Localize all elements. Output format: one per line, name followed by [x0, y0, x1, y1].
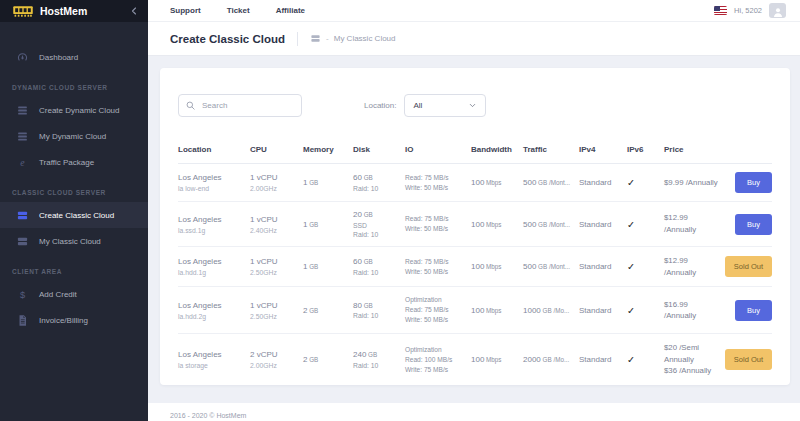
cell-io: Read: 75 MB/sWrite: 50 MB/s	[405, 214, 471, 234]
topbar: SupportTicketAffiliate Hi, 5202	[148, 0, 800, 22]
cell-action: Sold Out	[724, 256, 772, 277]
checkmark-icon: ✓	[627, 177, 635, 188]
chevron-down-icon	[468, 101, 477, 110]
cell-io: Read: 75 MB/sWrite: 50 MB/s	[405, 173, 471, 193]
topbar-link-ticket[interactable]: Ticket	[227, 6, 250, 15]
svg-text:$: $	[20, 289, 25, 299]
sidebar-item-invoice-billing[interactable]: Invoice/Billing	[0, 307, 148, 333]
copyright-text: 2016 - 2020 © HostMem	[170, 412, 246, 419]
table-row: Los Angelesla.ssd.1g1 vCPU2.40GHz1 GB20 …	[178, 202, 772, 247]
cell-ipv4: Standard	[579, 355, 627, 364]
filters-bar: Location: All	[178, 94, 772, 117]
location-label: Location:	[364, 101, 396, 110]
sidebar-item-traffic-package[interactable]: eTraffic Package	[0, 149, 148, 175]
sidebar-item-dashboard[interactable]: Dashboard	[0, 44, 148, 70]
cell-action: Buy	[724, 300, 772, 321]
topbar-link-support[interactable]: Support	[170, 6, 201, 15]
breadcrumb-separator: -	[326, 34, 329, 43]
sidebar-item-my-classic-cloud[interactable]: My Classic Cloud	[0, 228, 148, 254]
checkmark-icon: ✓	[627, 219, 635, 230]
search-input[interactable]	[178, 94, 302, 117]
cell-action: Buy	[724, 172, 772, 193]
column-header-cpu: CPU	[250, 145, 303, 154]
cell-disk: 240 GBRaid: 10	[353, 350, 405, 369]
cell-traffic: 2000 GB /Mo...	[523, 355, 579, 364]
table-row: Los Angelesla low-end1 vCPU2.00GHz1 GB60…	[178, 164, 772, 202]
cell-bandwidth: 100 Mbps	[471, 262, 523, 271]
sidebar-item-label: Add Credit	[39, 290, 77, 299]
sidebar-collapse-icon[interactable]	[128, 5, 140, 17]
content: Location: All LocationCPUMemoryDiskIOBan…	[148, 56, 800, 403]
cell-io: OptimizationRead: 100 MB/sWrite: 75 MB/s	[405, 345, 471, 375]
invoice-icon	[16, 314, 29, 327]
sidebar-nav: DashboardDYNAMIC CLOUD SERVERCreate Dyna…	[0, 22, 148, 333]
cell-disk: 20 GBSSDRaid: 10	[353, 210, 405, 238]
cell-traffic: 500 GB /Mont...	[523, 220, 579, 229]
cell-ipv6: ✓	[627, 219, 664, 230]
cell-bandwidth: 100 Mbps	[471, 178, 523, 187]
user-avatar[interactable]	[769, 3, 786, 18]
cell-bandwidth: 100 Mbps	[471, 220, 523, 229]
sidebar-section-label: CLASSIC CLOUD SERVER	[0, 175, 148, 202]
cell-ipv6: ✓	[627, 354, 664, 365]
svg-text:e: e	[20, 156, 25, 167]
location-select-value: All	[413, 101, 468, 110]
buy-button[interactable]: Buy	[735, 214, 772, 235]
breadcrumb[interactable]: - My Classic Cloud	[310, 33, 395, 44]
cell-ipv4: Standard	[579, 220, 627, 229]
column-header-location: Location	[178, 145, 250, 154]
table-row: Los Angelesla storage2 vCPU2.00GHz2 GB24…	[178, 334, 772, 385]
cell-traffic: 500 GB /Mont...	[523, 178, 579, 187]
sold-out-button[interactable]: Sold Out	[725, 349, 772, 370]
cell-ipv4: Standard	[579, 306, 627, 315]
buy-button[interactable]: Buy	[735, 300, 772, 321]
table-row: Los Angelesla.hdd.2g1 vCPU2.50GHz2 GB80 …	[178, 287, 772, 334]
cell-action: Sold Out	[724, 349, 772, 370]
ram-icon	[12, 5, 34, 18]
cell-io: OptimizationRead: 75 MB/sWrite: 50 MB/s	[405, 295, 471, 325]
cell-price: $9.99 /Annually	[664, 177, 724, 189]
cell-ipv6: ✓	[627, 261, 664, 272]
column-header-ipv6: IPv6	[627, 145, 664, 154]
cell-ipv6: ✓	[627, 305, 664, 316]
sidebar-item-label: Invoice/Billing	[39, 316, 88, 325]
sidebar-item-create-classic-cloud[interactable]: Create Classic Cloud	[0, 202, 148, 228]
cell-memory: 2 GB	[303, 306, 353, 315]
footer: 2016 - 2020 © HostMem	[148, 403, 800, 421]
cell-memory: 1 GB	[303, 220, 353, 229]
dollar-icon: $	[16, 288, 29, 301]
location-select[interactable]: All	[404, 94, 486, 117]
topbar-link-affiliate[interactable]: Affiliate	[276, 6, 305, 15]
column-header-traffic: Traffic	[523, 145, 579, 154]
cell-traffic: 1000 GB /Mo...	[523, 306, 579, 315]
sidebar-item-label: Create Classic Cloud	[39, 211, 114, 220]
cell-price: $12.99 /Annually	[664, 255, 724, 278]
buy-button[interactable]: Buy	[735, 172, 772, 193]
cell-location: Los Angelesla low-end	[178, 173, 250, 192]
sidebar-item-add-credit[interactable]: $Add Credit	[0, 281, 148, 307]
language-flag-icon[interactable]	[714, 6, 727, 15]
sidebar-item-create-dynamic-cloud[interactable]: Create Dynamic Cloud	[0, 97, 148, 123]
table-header-row: LocationCPUMemoryDiskIOBandwidthTrafficI…	[178, 139, 772, 164]
server-icon	[310, 33, 321, 44]
logo: HostMem	[0, 0, 148, 22]
cell-io: Read: 75 MB/sWrite: 50 MB/s	[405, 257, 471, 277]
list-icon	[16, 104, 29, 117]
sold-out-button[interactable]: Sold Out	[725, 256, 772, 277]
cell-ipv4: Standard	[579, 178, 627, 187]
traffic-icon: e	[16, 156, 29, 169]
sidebar-item-my-dynamic-cloud[interactable]: My Dynamic Cloud	[0, 123, 148, 149]
sidebar-section-label: CLIENT AREA	[0, 254, 148, 281]
cell-price: $16.99 /Annually	[664, 299, 724, 322]
cell-price: $12.99 /Annually	[664, 212, 724, 235]
sidebar-item-label: Dashboard	[39, 53, 78, 62]
cell-action: Buy	[724, 214, 772, 235]
cell-price: $20 /Semi Annually$36 /Annually	[664, 342, 724, 377]
cell-memory: 1 GB	[303, 178, 353, 187]
cell-memory: 2 GB	[303, 355, 353, 364]
checkmark-icon: ✓	[627, 305, 635, 316]
main-area: SupportTicketAffiliate Hi, 5202 Create C…	[148, 0, 800, 421]
column-header-disk: Disk	[353, 145, 405, 154]
sidebar-item-label: My Classic Cloud	[39, 237, 101, 246]
cell-location: Los Angelesla.ssd.1g	[178, 215, 250, 234]
